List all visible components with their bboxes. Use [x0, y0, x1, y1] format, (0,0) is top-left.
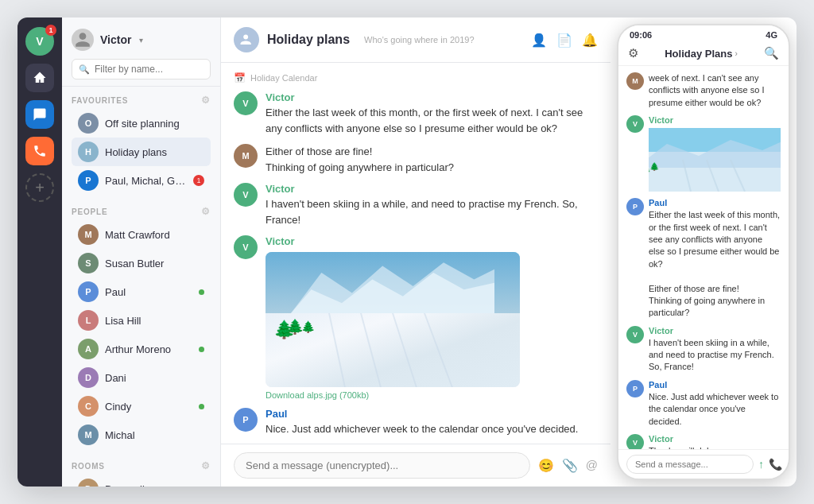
mobile-send-icon[interactable]: ↑	[758, 458, 764, 471]
sidebar-item-arthur[interactable]: A Arthur Moreno	[72, 335, 211, 363]
mobile-signal: 4G	[766, 30, 777, 40]
people-settings-icon[interactable]: ⚙	[201, 206, 211, 217]
susan-label: Susan Butler	[105, 258, 204, 269]
favourites-settings-icon[interactable]: ⚙	[201, 95, 211, 106]
svg-line-2	[393, 313, 417, 388]
paul-avatar: P	[78, 281, 99, 302]
app-container: V 1 + Victor ▾ 🔍	[17, 17, 797, 487]
msg-text-5: Nice. Just add whichever week to the cal…	[266, 421, 598, 437]
rooms-settings-icon[interactable]: ⚙	[201, 460, 211, 471]
dani-avatar: D	[78, 367, 99, 388]
paperclip-icon[interactable]: 📎	[562, 458, 578, 473]
dogwalkers-avatar: D	[78, 479, 99, 487]
mobile-search-icon[interactable]: 🔍	[764, 46, 779, 60]
download-link[interactable]: Download alps.jpg (700kb)	[266, 390, 598, 400]
michal-label: Michal	[105, 429, 204, 441]
sidebar-item-holiday[interactable]: H Holiday plans	[72, 138, 211, 166]
sidebar-user-name: Victor	[100, 33, 131, 46]
search-box[interactable]: 🔍	[72, 59, 211, 79]
sidebar-item-offsite[interactable]: O Off site planning	[72, 109, 211, 138]
bell-icon[interactable]: 🔔	[582, 33, 598, 48]
mobile-msg-victor-3: V Victor Thanks, will do! P M G	[626, 434, 781, 449]
mobile-time: 09:06	[630, 30, 652, 40]
nav-icon-add[interactable]: +	[25, 173, 54, 202]
michal-avatar: M	[78, 425, 99, 445]
lisa-avatar: L	[78, 310, 99, 331]
chat-input[interactable]	[234, 452, 530, 479]
victor-avatar-1: V	[234, 91, 258, 115]
favourites-title: FAVOURITES ⚙	[72, 95, 211, 106]
svg-line-3	[424, 313, 452, 388]
victor-avatar-3: V	[234, 235, 258, 259]
paul-label: Paul	[105, 286, 192, 298]
arthur-avatar: A	[78, 339, 99, 359]
mobile-settings-icon[interactable]: ⚙	[628, 46, 638, 60]
mobile-msg-2: V Victor 🌲 🌲	[626, 115, 781, 192]
nav-icon-messages[interactable]	[25, 100, 54, 129]
search-input[interactable]	[95, 64, 204, 75]
chevron-down-icon: ▾	[139, 36, 143, 45]
sidebar-item-cindy[interactable]: C Cindy	[72, 392, 211, 421]
svg-text:🌲: 🌲	[649, 161, 660, 172]
mobile-msg-paul: P Paul Either the last week of this mont…	[626, 198, 781, 320]
user-avatar[interactable]: V 1	[25, 27, 54, 56]
mobile-sender-paul-1: Paul	[649, 198, 781, 207]
mobile-avatar-paul-2: P	[626, 380, 644, 397]
msg-text-3: I haven't been skiing in a while, and ne…	[266, 196, 598, 227]
calendar-icon: 📅	[234, 72, 246, 83]
msg-sender-victor-1: Victor	[266, 91, 598, 103]
chat-header-icons: 👤 📄 🔔	[531, 33, 598, 48]
arthur-online-dot	[199, 347, 204, 352]
chat-header: Holiday plans Who's going where in 2019?…	[221, 17, 610, 63]
msg-text-1: Either the last week of this month, or t…	[266, 105, 598, 136]
mobile-victor-text-2: I haven't been skiing in a while, and ne…	[649, 337, 781, 374]
msg-sender-victor-3: Victor	[266, 235, 598, 247]
mobile-avatar-victor-2: V	[626, 326, 644, 343]
msg-text-2: Either of those are fine!Thinking of goi…	[266, 144, 598, 175]
mobile-chat-header: ⚙ Holiday Plans › 🔍	[618, 41, 789, 66]
offsite-avatar: O	[78, 113, 99, 134]
message-row-1: V Victor Either the last week of this mo…	[234, 91, 598, 136]
sidebar-item-lisa[interactable]: L Lisa Hill	[72, 306, 211, 335]
mobile-input-area: ↑ 📞	[618, 449, 789, 479]
sidebar-item-paul[interactable]: P Paul, Michal, Giorgio... 1	[72, 166, 211, 195]
chat-title: Holiday plans	[267, 33, 350, 47]
nav-icon-calls[interactable]	[25, 137, 54, 165]
cindy-online-dot	[199, 404, 204, 409]
sidebar-user[interactable]: Victor ▾	[72, 29, 211, 51]
main-chat: Holiday plans Who's going where in 2019?…	[221, 17, 610, 487]
favourites-section: FAVOURITES ⚙ O Off site planning H Holid…	[62, 87, 220, 198]
sidebar: Victor ▾ 🔍 FAVOURITES ⚙ O Off site plann…	[62, 17, 221, 487]
holiday-avatar: H	[78, 142, 99, 162]
matt-label: Matt Crawford	[105, 229, 204, 241]
svg-line-0	[329, 313, 345, 388]
msg-sender-victor-2: Victor	[266, 183, 598, 195]
sidebar-item-susan[interactable]: S Susan Butler	[72, 249, 211, 277]
paul-online-dot	[199, 289, 204, 295]
chat-messages: 📅 Holiday Calendar V Victor Either the l…	[221, 63, 610, 444]
mobile-chat-input[interactable]	[626, 455, 754, 474]
mobile-call-icon[interactable]: 📞	[769, 458, 782, 471]
people-icon[interactable]: 👤	[531, 33, 547, 48]
sidebar-item-matt[interactable]: M Matt Crawford	[72, 220, 211, 249]
mobile-sender-victor-1: Victor	[649, 115, 781, 125]
susan-avatar: S	[78, 253, 99, 273]
emoji-icon[interactable]: 😊	[538, 458, 554, 473]
attachment-icon[interactable]: 📄	[556, 33, 572, 48]
sidebar-item-paul-person[interactable]: P Paul	[72, 277, 211, 306]
nav-badge: 1	[45, 25, 56, 36]
sidebar-header: Victor ▾ 🔍	[62, 17, 220, 87]
svg-line-1	[361, 313, 381, 388]
mobile-sender-paul-2: Paul	[649, 380, 781, 390]
paul-group-badge: 1	[193, 175, 204, 186]
chat-subtitle: Who's going where in 2019?	[364, 35, 474, 45]
rooms-section: ROOMS ⚙ D Dog walkers E Engineering # Ra…	[62, 452, 220, 487]
at-icon[interactable]: @	[586, 458, 598, 473]
sidebar-item-michal[interactable]: M Michal	[72, 421, 211, 449]
mobile-sender-victor-2: Victor	[649, 326, 781, 335]
mobile-paul-text-2: Nice. Just add whichever week to the cal…	[649, 391, 781, 428]
sidebar-item-dogwalkers[interactable]: D Dog walkers	[72, 475, 211, 487]
chat-input-area: 😊 📎 @	[221, 444, 610, 487]
sidebar-item-dani[interactable]: D Dani	[72, 363, 211, 392]
nav-icon-home[interactable]	[25, 64, 54, 92]
